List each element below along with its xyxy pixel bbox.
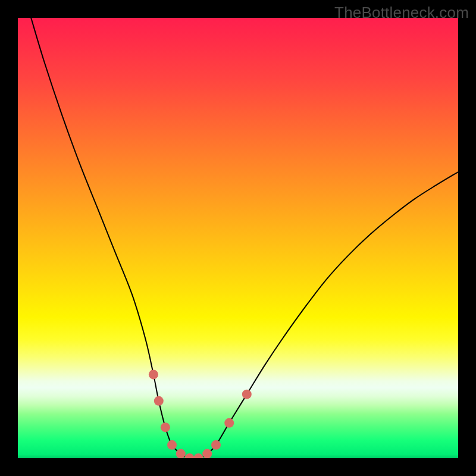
chart-svg (18, 18, 458, 458)
optimal-range-markers (149, 369, 252, 458)
optimal-marker (224, 418, 234, 428)
chart-plot-area (18, 18, 458, 458)
optimal-marker (161, 422, 170, 432)
optimal-marker (211, 440, 221, 450)
optimal-marker (185, 453, 195, 458)
optimal-marker (149, 369, 158, 379)
optimal-marker (202, 449, 212, 458)
optimal-marker (154, 396, 164, 406)
optimal-marker (242, 390, 252, 399)
optimal-marker (193, 453, 203, 458)
optimal-marker (176, 449, 186, 458)
optimal-marker (167, 440, 177, 450)
watermark-label: TheBottleneck.com (334, 4, 469, 22)
